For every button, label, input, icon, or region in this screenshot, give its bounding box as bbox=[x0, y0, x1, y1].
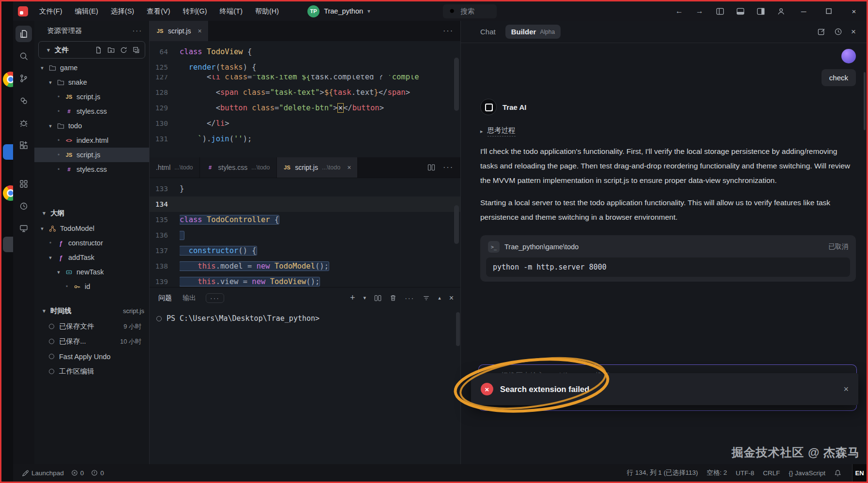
panel-tab-输出[interactable]: 输出 bbox=[183, 294, 196, 302]
editor-tab--html[interactable]: .html...\todo bbox=[150, 157, 200, 178]
back-button[interactable]: ← bbox=[669, 1, 689, 21]
outline-section-header[interactable]: ▾ 大纲 bbox=[34, 205, 149, 221]
code-line-130[interactable]: 130 </li> bbox=[150, 116, 460, 131]
code-line-139[interactable]: 139 this.view = new TodoView(); bbox=[150, 274, 460, 287]
maximize-button[interactable] bbox=[816, 1, 841, 21]
trash-icon[interactable] bbox=[390, 294, 396, 302]
code-editor-top[interactable]: 64class TodoView {125 render(tasks) {127… bbox=[150, 41, 460, 157]
chevron-down-icon[interactable]: ▾ bbox=[39, 65, 45, 71]
split-editor-icon[interactable] bbox=[427, 164, 435, 171]
collapse-all-icon[interactable] bbox=[133, 46, 140, 54]
project-switcher[interactable]: TP Trae_python ▾ bbox=[307, 5, 370, 17]
status-item[interactable]: UTF-8 bbox=[736, 469, 754, 477]
timeline-item[interactable]: 已保存...10 小时 bbox=[34, 334, 149, 349]
tree-item-styles-css[interactable]: •#styles.css bbox=[34, 162, 149, 177]
history-icon[interactable] bbox=[834, 28, 842, 36]
code-line-125[interactable]: 125 render(tasks) { bbox=[150, 60, 460, 75]
launchpad-button[interactable]: Launchpad bbox=[22, 469, 64, 477]
user-avatar[interactable] bbox=[841, 49, 856, 63]
more-actions-icon[interactable]: ··· bbox=[133, 27, 143, 34]
menu-item[interactable]: 终端(T) bbox=[213, 1, 249, 21]
desktop-app-icon[interactable] bbox=[3, 144, 13, 160]
new-chat-icon[interactable] bbox=[817, 28, 825, 36]
search-icon[interactable] bbox=[15, 48, 32, 64]
extensions-icon[interactable] bbox=[15, 137, 32, 153]
toggle-panel-button[interactable] bbox=[730, 1, 750, 21]
tree-item-styles-css[interactable]: •#styles.css bbox=[34, 104, 149, 119]
editor-more-actions-icon[interactable]: ··· bbox=[443, 163, 454, 172]
panel-more-tabs-icon[interactable]: ··· bbox=[206, 293, 224, 303]
chrome-browser-icon[interactable] bbox=[3, 185, 13, 201]
tab-builder[interactable]: Builder Alpha bbox=[505, 25, 561, 39]
menu-item[interactable]: 查看(V) bbox=[140, 1, 176, 21]
scrollbar-thumb[interactable] bbox=[864, 72, 866, 130]
account-icon[interactable] bbox=[771, 1, 791, 21]
refresh-icon[interactable] bbox=[120, 46, 127, 54]
menu-item[interactable]: 转到(G) bbox=[177, 1, 213, 21]
panel-tab-问题[interactable]: 问题 bbox=[158, 294, 172, 302]
tab-chat[interactable]: Chat bbox=[480, 28, 496, 36]
maximize-panel-icon[interactable]: ▴ bbox=[438, 295, 441, 301]
status-item[interactable]: {} JavaScript bbox=[789, 469, 825, 477]
debug-icon[interactable] bbox=[15, 115, 32, 131]
tree-item-snake[interactable]: ▾snake bbox=[34, 75, 149, 90]
new-terminal-icon[interactable]: + bbox=[350, 293, 355, 303]
editor-tab-styles-css[interactable]: #styles.css...\todo bbox=[200, 157, 277, 178]
remote-window-icon[interactable] bbox=[15, 220, 32, 237]
chevron-down-icon[interactable]: ▾ bbox=[47, 123, 53, 129]
remote-link-icon[interactable] bbox=[15, 92, 32, 109]
close-tab-icon[interactable]: × bbox=[347, 164, 351, 171]
chevron-down-icon[interactable]: ▾ bbox=[47, 255, 53, 261]
command-text[interactable]: python -m http.server 8000 bbox=[486, 257, 850, 277]
warning-count[interactable]: 0 bbox=[91, 469, 104, 477]
tree-item-newTask[interactable]: ▾newTask bbox=[34, 265, 149, 279]
apps-grid-icon[interactable] bbox=[15, 176, 32, 192]
source-control-icon[interactable] bbox=[15, 70, 32, 87]
error-count[interactable]: 0 bbox=[71, 469, 84, 477]
tree-item-id[interactable]: •id bbox=[34, 279, 149, 294]
files-section-header[interactable]: ▾ 文件 bbox=[38, 41, 145, 59]
desktop-app-icon[interactable] bbox=[3, 237, 13, 252]
scrollbar-thumb[interactable] bbox=[454, 58, 459, 111]
terminal-view[interactable]: PS C:\Users\Ma\Desktop\Trae_python> bbox=[150, 308, 460, 464]
status-item[interactable]: CRLF bbox=[763, 469, 780, 477]
close-toast-icon[interactable]: × bbox=[843, 384, 849, 394]
status-item[interactable]: 行 134, 列 1 (已选择113) bbox=[627, 468, 698, 477]
tree-item-TodoModel[interactable]: ▾TodoModel bbox=[34, 221, 149, 236]
close-tab-icon[interactable]: × bbox=[198, 27, 201, 35]
notifications-bell-icon[interactable] bbox=[834, 469, 841, 477]
close-panel-icon[interactable]: × bbox=[449, 294, 454, 302]
editor-tab-script-js[interactable]: JSscript.js...\todo× bbox=[277, 157, 358, 178]
code-line-135[interactable]: 135class TodoController { bbox=[150, 212, 460, 227]
new-folder-icon[interactable] bbox=[107, 46, 115, 54]
menu-item[interactable]: 文件(F) bbox=[33, 1, 69, 21]
timeline-section-header[interactable]: ▾ 时间线 script.js bbox=[34, 302, 149, 319]
ime-indicator[interactable]: EN bbox=[852, 464, 867, 482]
notification-toast[interactable]: × Search extension failed × bbox=[471, 373, 858, 405]
editor-tab-script-js[interactable]: JSscript.js× bbox=[150, 21, 209, 41]
scrollbar-thumb[interactable] bbox=[456, 312, 460, 346]
code-editor-bottom[interactable]: 133}134135class TodoController {136137 c… bbox=[150, 178, 460, 287]
code-line-64[interactable]: 64class TodoView { bbox=[150, 44, 460, 60]
menu-item[interactable]: 帮助(H) bbox=[249, 1, 285, 21]
code-line-129[interactable]: 129 <button class="delete-btn">×</button… bbox=[150, 100, 460, 116]
tree-item-script-js[interactable]: •JSscript.js bbox=[34, 90, 149, 104]
thought-process-toggle[interactable]: ▸ 思考过程 bbox=[480, 126, 516, 136]
chevron-down-icon[interactable]: ▾ bbox=[47, 79, 53, 86]
chrome-browser-icon[interactable] bbox=[3, 72, 13, 87]
code-line-138[interactable]: 138 this.model = new TodoModel(); bbox=[150, 258, 460, 274]
forward-button[interactable]: → bbox=[689, 1, 710, 21]
code-line-137[interactable]: 137 constructor() { bbox=[150, 243, 460, 258]
tree-item-addTask[interactable]: ▾ƒaddTask bbox=[34, 250, 149, 265]
code-line-127[interactable]: 127 <li class="task-item ${task.complete… bbox=[150, 75, 460, 85]
tree-item-game[interactable]: ▾game bbox=[34, 60, 149, 75]
code-line-131[interactable]: 131 `).join(''); bbox=[150, 131, 460, 147]
code-line-134[interactable]: 134 bbox=[150, 196, 460, 212]
code-line-133[interactable]: 133} bbox=[150, 181, 460, 196]
global-search[interactable]: 搜索 bbox=[443, 4, 497, 18]
timeline-item[interactable]: 工作区编辑 bbox=[34, 364, 149, 379]
code-line-136[interactable]: 136 bbox=[150, 227, 460, 243]
split-terminal-icon[interactable] bbox=[374, 295, 381, 302]
toggle-secondary-sidebar-button[interactable] bbox=[750, 1, 771, 21]
scrollbar-thumb[interactable] bbox=[454, 205, 459, 244]
